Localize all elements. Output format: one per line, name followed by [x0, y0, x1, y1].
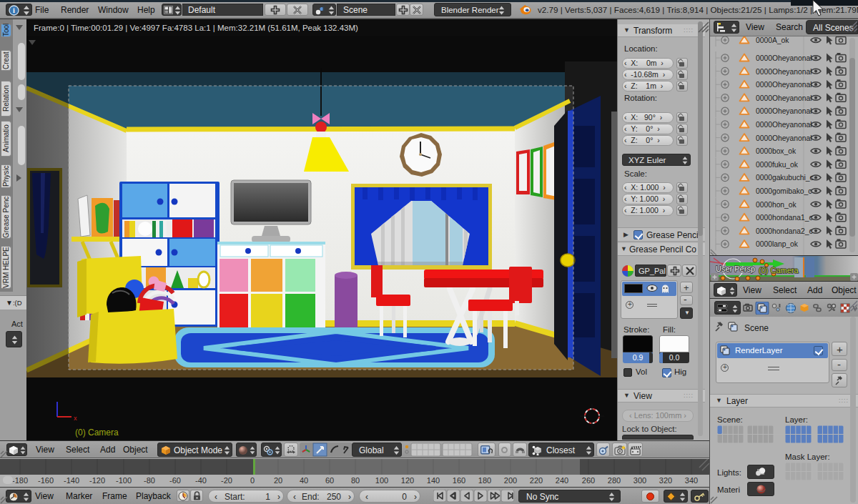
svg-text:0000Oheyanonal: 0000Oheyanonal — [756, 81, 812, 89]
svg-text:-120: -120 — [89, 476, 105, 485]
svg-text:200: 200 — [504, 476, 517, 485]
svg-text:320: 320 — [659, 476, 672, 485]
svg-text:0000Oheyanonal: 0000Oheyanonal — [756, 94, 812, 102]
svg-text:0000hondana1_c: 0000hondana1_c — [756, 214, 813, 222]
svg-text:-140: -140 — [64, 476, 79, 485]
svg-text:-60: -60 — [169, 476, 181, 485]
svg-text:280: 280 — [608, 476, 621, 485]
svg-text:-100: -100 — [116, 476, 132, 485]
svg-text:0000lanp_ok: 0000lanp_ok — [756, 240, 799, 248]
svg-text:0000Oheyanonal: 0000Oheyanonal — [756, 134, 812, 142]
svg-text:180: 180 — [478, 476, 491, 485]
svg-text:0000box_ok: 0000box_ok — [756, 147, 797, 155]
svg-text:-80: -80 — [144, 476, 155, 485]
svg-text:120: 120 — [401, 476, 414, 485]
svg-text:0000Oheyanonal: 0000Oheyanonal — [756, 121, 812, 129]
svg-text:0000A_ok: 0000A_ok — [756, 36, 789, 44]
svg-text:(0) Camera: (0) Camera — [75, 428, 119, 438]
svg-text:-160: -160 — [38, 476, 54, 485]
svg-text:260: 260 — [582, 476, 595, 485]
svg-text:-180: -180 — [12, 476, 28, 485]
svg-text:0000hondana2_c: 0000hondana2_c — [756, 227, 813, 235]
svg-text:0000hon_ok: 0000hon_ok — [756, 201, 797, 209]
svg-text:0000gakubuchi_c: 0000gakubuchi_c — [756, 174, 814, 182]
svg-text:x: x — [74, 415, 77, 422]
svg-text:0000fuku_ok: 0000fuku_ok — [756, 161, 799, 169]
svg-text:0000Oheyanonal: 0000Oheyanonal — [756, 68, 812, 76]
svg-text:Frame:0 | Time:00:01.29 | Ve:4: Frame:0 | Time:00:01.29 | Ve:4997 Fa:478… — [34, 24, 358, 32]
svg-text:60: 60 — [325, 476, 334, 485]
svg-text:0: 0 — [250, 476, 255, 485]
svg-text:240: 240 — [556, 476, 568, 485]
svg-text:300: 300 — [633, 476, 646, 485]
svg-text:0000Oheyanonal: 0000Oheyanonal — [756, 54, 812, 62]
svg-text:User Persp: User Persp — [716, 265, 755, 273]
svg-text:0000Oheyanonal: 0000Oheyanonal — [756, 107, 812, 115]
svg-text:i: i — [13, 6, 15, 14]
svg-text:100: 100 — [375, 476, 388, 485]
svg-text:-20: -20 — [221, 476, 232, 485]
svg-text:80: 80 — [351, 476, 360, 485]
svg-text:340: 340 — [685, 476, 698, 485]
svg-text:(0) Camera: (0) Camera — [759, 266, 799, 275]
svg-text:220: 220 — [530, 476, 543, 485]
svg-text:140: 140 — [427, 476, 440, 485]
svg-text:160: 160 — [453, 476, 465, 485]
svg-text:40: 40 — [300, 476, 308, 485]
svg-text:0000gomibako_c: 0000gomibako_c — [756, 187, 812, 195]
svg-text:-40: -40 — [195, 476, 207, 485]
svg-text:20: 20 — [274, 476, 282, 485]
